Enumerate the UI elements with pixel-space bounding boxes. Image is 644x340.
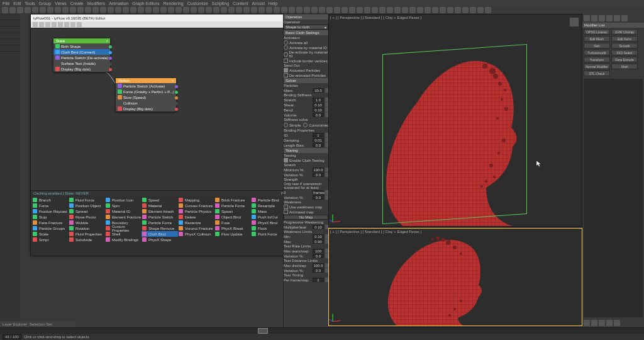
toolbar-button[interactable] [364, 7, 370, 13]
toolbar-button[interactable] [485, 7, 491, 13]
modifier-button[interactable]: FFD Select [611, 50, 638, 55]
palette-item[interactable]: Particle Physics [178, 208, 214, 214]
palette-item[interactable]: Point Force [251, 231, 287, 237]
palette-item[interactable]: Material ID [105, 208, 142, 214]
viewport-bottom[interactable]: [ + ] [ Perspective ] [ Standard ] [ Cla… [328, 228, 582, 326]
palette-item[interactable]: Position Raycast [32, 208, 69, 214]
palette-item[interactable]: PhysX Bind [251, 220, 287, 225]
palette-item[interactable]: Particle Groups [32, 225, 69, 231]
modifier-button[interactable]: Turbosmooth [584, 50, 610, 55]
toolbar-button[interactable] [311, 7, 318, 13]
palette-item[interactable]: Convex Fracture [178, 203, 214, 208]
palette-item[interactable]: Position Object [69, 203, 105, 208]
palette-item[interactable]: Particle Switch [142, 214, 178, 220]
toolbar-button[interactable] [266, 7, 272, 13]
checkbox[interactable]: De-activated Particles [284, 73, 328, 77]
toolbar-button[interactable] [417, 7, 423, 13]
toolbar-button[interactable] [394, 7, 401, 13]
toolbar-button[interactable] [145, 7, 152, 13]
modifier-button[interactable]: Face Extrude [611, 57, 638, 62]
menu-create[interactable]: Create [70, 1, 84, 6]
layer-bar[interactable]: Layer Explorer Selection Set: [0, 321, 75, 327]
toolbar-button[interactable] [228, 7, 235, 13]
toolbar-button[interactable] [100, 7, 106, 13]
toolbar-button[interactable] [221, 7, 227, 13]
menu-group[interactable]: Group [39, 1, 51, 6]
palette-item[interactable]: Face Fracture [32, 220, 69, 225]
toolbar-button[interactable] [470, 7, 476, 13]
toolbar-button[interactable] [462, 7, 469, 13]
toolbar-button[interactable] [206, 7, 212, 13]
palette-item[interactable]: Subdivide [69, 237, 105, 242]
palette-item[interactable]: Speed [142, 197, 178, 203]
palette-item[interactable]: Script [32, 237, 69, 242]
toolbar-button[interactable] [274, 7, 280, 13]
radio[interactable]: Constrained [303, 123, 328, 127]
palette-item[interactable]: Voronoi Fracture [178, 225, 214, 231]
toolbar-button[interactable] [341, 7, 348, 13]
toolbar-button[interactable] [387, 7, 393, 13]
palette-item[interactable]: Mapping [178, 197, 214, 203]
palette-item[interactable]: Spin [105, 203, 142, 208]
palette-item[interactable]: Position Icon [105, 197, 142, 203]
operator-row[interactable]: Particle Switch (De-activate) [53, 55, 110, 60]
palette-item[interactable]: Push In/Out [251, 214, 287, 220]
toolbar-button[interactable] [62, 7, 69, 13]
menu-help[interactable]: Help [269, 1, 277, 6]
toolbar-button[interactable] [296, 7, 303, 13]
radio[interactable]: Activate all [284, 40, 328, 45]
checkbox[interactable]: Include border vertices [284, 59, 328, 63]
palette-item[interactable]: Branch [32, 197, 69, 203]
toolbar-button[interactable] [25, 7, 31, 13]
palette-item[interactable]: Fluid Force [69, 197, 105, 203]
stack-controls[interactable] [582, 319, 644, 327]
palette-item[interactable]: Rotation [69, 225, 105, 231]
radio[interactable]: Activate by material ID [284, 45, 328, 50]
modifier-button[interactable]: Smooth [611, 43, 638, 48]
palette-item[interactable]: PhysX Collision [178, 231, 214, 237]
left-toolbar[interactable] [0, 14, 20, 327]
palette-item[interactable]: Wobble [69, 220, 105, 225]
properties-panel[interactable]: OperationOperationShape to cloth▾Basic C… [283, 14, 328, 329]
status-footer[interactable]: 43 / 100 Click or click-and-drag to sele… [0, 327, 644, 340]
toolbar-button[interactable] [191, 7, 197, 13]
menu-scripting[interactable]: Scripting [212, 1, 229, 6]
menu-modifiers[interactable]: Modifiers [87, 1, 105, 6]
palette-item[interactable]: Rasterize [178, 220, 214, 225]
checkbox[interactable]: Enable Cloth Tearing [284, 158, 328, 162]
toolbar-button[interactable] [47, 7, 53, 13]
palette-item[interactable]: Mass [251, 208, 287, 214]
menu-tools[interactable]: Tools [25, 1, 35, 6]
menu-file[interactable]: File [3, 1, 9, 6]
palette-item[interactable]: Force [32, 203, 69, 208]
editor-toolbar[interactable] [31, 21, 326, 28]
operator-row[interactable]: Force (Gravity + Perlin1 + P...) [116, 89, 176, 94]
menu-customize[interactable]: Customize [187, 1, 208, 6]
palette-item[interactable]: PhysX Break [214, 225, 251, 231]
toolbar-button[interactable] [477, 7, 484, 13]
palette-item[interactable]: Particle Force [214, 203, 251, 208]
toolbar-button[interactable] [160, 7, 167, 13]
toolbar-button[interactable] [236, 7, 242, 13]
modifier-stack[interactable] [584, 79, 643, 317]
menu-graph-editors[interactable]: Graph Editors [132, 1, 159, 6]
toolbar-button[interactable] [372, 7, 378, 13]
modifier-button[interactable]: OPSG Listener [584, 29, 610, 35]
palette-item[interactable]: Object Bind [214, 214, 251, 220]
operator-row[interactable]: Birth Shape [53, 43, 110, 49]
motion-node[interactable]: Motion▪ Particle Switch (Activate)Force … [115, 77, 177, 112]
toolbar-button[interactable] [55, 7, 61, 13]
toolbar-button[interactable] [379, 7, 386, 13]
palette-item[interactable]: Spread [69, 208, 105, 214]
toolbar-button[interactable] [153, 7, 159, 13]
palette-item[interactable]: Flow Update [214, 231, 251, 237]
toolbar-button[interactable] [168, 7, 174, 13]
palette-item[interactable]: Particle Bind [251, 197, 287, 203]
toolbar-button[interactable] [319, 7, 325, 13]
node-graph-canvas[interactable]: State▪ Birth ShapeCloth Bind (Convert)Pa… [31, 28, 326, 190]
modifier-button[interactable]: Edit Mesh [584, 36, 610, 42]
palette-item[interactable]: Shell [105, 231, 142, 237]
menu-animation[interactable]: Animation [109, 1, 128, 6]
palette-item[interactable]: Brick Fracture [214, 197, 251, 203]
viewport-top[interactable]: [ + ] [ Perspective ] [ Standard ] [ Cla… [328, 14, 582, 227]
